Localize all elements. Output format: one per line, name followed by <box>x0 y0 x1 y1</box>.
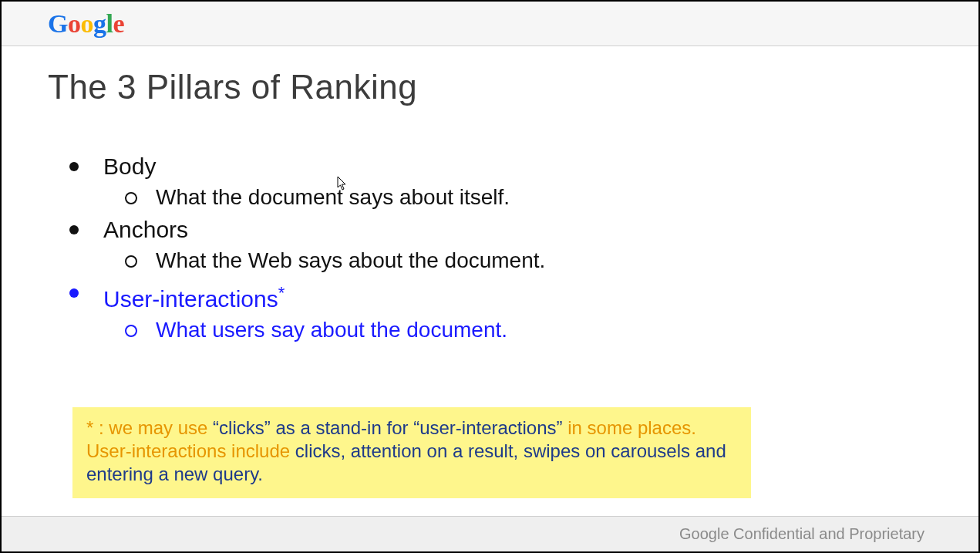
bullet-label: User-interactions <box>103 286 278 312</box>
sub-list: What users say about the document. <box>103 315 932 346</box>
logo-letter-o1: o <box>68 9 81 38</box>
logo-letter-g1: G <box>48 9 68 38</box>
slide-title: The 3 Pillars of Ranking <box>48 68 932 106</box>
asterisk: * <box>278 283 285 302</box>
footer-bar: Google Confidential and Proprietary <box>2 516 978 551</box>
bullet-label: Anchors <box>103 217 188 242</box>
google-logo: Google <box>48 9 124 39</box>
footnote-text: “clicks” as a stand-in for “user-interac… <box>213 417 567 438</box>
header-bar: Google <box>2 2 978 46</box>
logo-letter-o2: o <box>80 9 93 38</box>
footnote-text: in some places. <box>567 417 696 438</box>
sub-list: What the document says about itself. <box>103 182 932 213</box>
bullet-body: Body What the document says about itself… <box>69 151 932 213</box>
sub-item: What the Web says about the document. <box>125 245 932 276</box>
sub-item: What the document says about itself. <box>125 182 932 213</box>
bullet-list: Body What the document says about itself… <box>48 151 932 346</box>
logo-letter-e: e <box>113 9 124 38</box>
confidential-label: Google Confidential and Proprietary <box>679 525 924 543</box>
footnote-box: * : we may use “clicks” as a stand-in fo… <box>72 407 751 498</box>
logo-letter-g2: g <box>93 9 106 38</box>
bullet-user-interactions: User-interactions* What users say about … <box>69 278 932 346</box>
bullet-label: Body <box>103 153 156 179</box>
footnote-text: User-interactions include <box>86 440 295 461</box>
footnote-text: * : we may use <box>86 417 213 438</box>
sub-list: What the Web says about the document. <box>103 245 932 276</box>
bullet-anchors: Anchors What the Web says about the docu… <box>69 214 932 276</box>
sub-item: What users say about the document. <box>125 315 932 346</box>
slide: Google The 3 Pillars of Ranking Body Wha… <box>0 0 980 553</box>
